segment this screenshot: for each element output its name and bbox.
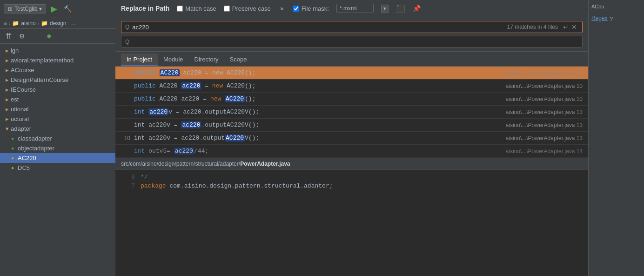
preserve-case-checkbox[interactable] [224,6,230,12]
result-row[interactable]: public AC220 ac220 = new AC220(); aisino… [115,93,588,106]
right-edge-panel: ACou Regex ? [588,0,644,276]
tree-item-uctural[interactable]: ▸ uctural [0,114,115,124]
tree-item-objectadapter[interactable]: ● objectadapter [0,143,115,153]
tree-item-acourse[interactable]: ▸ ACourse [0,65,115,75]
folder-icon: ▸ [6,106,9,113]
settings-button[interactable]: ⚙ [17,32,27,41]
regex-link[interactable]: Regex [591,15,608,21]
highlighted-token: ac220 [174,148,194,155]
tab-directory[interactable]: Directory [189,54,224,66]
footer-path-dir: src/com/aisino/design/pattern/structural… [121,161,240,167]
replace-input[interactable] [132,38,578,45]
code-token: int ac220v = [134,121,181,128]
enter-icon-button[interactable]: ↵ [562,23,570,31]
tab-label: Directory [195,56,219,63]
tab-module[interactable]: Module [158,54,189,66]
file-mask-label: File mask: [293,5,329,12]
tree-item-label: est [11,96,19,103]
right-panel: Replace in Path Match case Preserve case… [115,0,588,276]
code-token: new [210,95,225,102]
tree-item-behavioral[interactable]: ▸ avioral.templatemethod [0,55,115,65]
breadcrumb-item-2[interactable]: design [50,20,66,27]
result-file: aisino\...\PowerAdapter.java 13 [506,122,583,128]
sidebar-tree: ▸ ign ▸ avioral.templatemethod ▸ ACourse… [0,44,115,276]
file-mask-checkbox[interactable] [293,6,299,12]
breadcrumb-more-icon: … [70,20,75,27]
acou-label: ACou [591,4,604,9]
match-count: 17 matches in 4 files [507,24,558,30]
replace-icon: Q [125,39,129,45]
tree-item-label: DesignPatternCourse [11,76,68,83]
tree-item-dc5[interactable]: ● DC5 [0,163,115,173]
result-row[interactable]: int outv5= ac220/44; aisino\...\PowerAda… [115,145,588,158]
tree-item-designpatterncourse[interactable]: ▸ DesignPatternCourse [0,75,115,85]
file-mask-dropdown[interactable]: ▾ [381,5,389,13]
breadcrumb: ≡ › 📁 aisino › 📁 design … [0,18,115,29]
file-mask-input[interactable] [336,4,374,13]
highlighted-token: AC220 [160,69,180,76]
close-search-button[interactable]: ✕ [570,23,578,31]
match-case-checkbox[interactable] [177,6,183,12]
replace-header: Replace in Path Match case Preserve case… [115,0,588,17]
dot-icon: ● [11,146,14,151]
collapse-all-button[interactable]: ⇈ [4,31,13,41]
line-number: 6 [121,174,135,181]
tree-item-label: IECourse [11,86,36,93]
result-row[interactable]: int ac220v = ac220.outputAC220V(); aisin… [115,106,588,119]
match-case-text: Match case [185,5,216,12]
breadcrumb-sep-2: › [38,21,39,26]
code-token: AC220 ac220 = [160,95,210,102]
result-file: aisino\...\PowerAdapter.java 14 [506,148,583,155]
tab-in-project[interactable]: In Project [121,54,158,66]
tree-item-label: DC5 [18,164,30,171]
build-button[interactable]: 🔨 [62,4,74,13]
minimize-button[interactable]: — [31,32,41,41]
result-file: aisino\...\PowerAdapter.java 10 [506,96,583,102]
question-mark-icon: ? [610,15,613,22]
breadcrumb-item-1[interactable]: aisino [21,20,35,27]
sidebar-toolbar-top: ⊞ TestCglib ▾ ▶ 🔨 [0,0,115,18]
folder-icon: ▸ [6,57,9,64]
project-selector[interactable]: ⊞ TestCglib ▾ [4,4,46,13]
folder-icon: ▸ [6,76,9,83]
tree-item-label: objectadapter [18,145,54,152]
grid-icon: ⊞ [8,6,13,12]
tree-item-utional[interactable]: ▸ utional [0,104,115,114]
dot-icon: ● [11,155,14,161]
search-input[interactable] [132,24,507,31]
code-content: */ [141,174,148,181]
code-token: (); [245,95,255,102]
code-token: v = ac220.outputAC220V(); [168,108,259,115]
breadcrumb-sep-1: › [9,21,10,26]
more-options-button[interactable]: » [278,4,286,13]
result-row[interactable]: public AC220 ac220 = new AC220(); aisino… [115,67,588,80]
result-row[interactable]: 10 int ac220v = ac220.outputAC220V(); ai… [115,132,588,145]
tab-scope[interactable]: Scope [224,54,253,66]
tab-label: Scope [230,56,247,63]
run-button[interactable]: ▶ [49,3,59,15]
tree-item-iecourse[interactable]: ▸ IECourse [0,85,115,94]
tree-item-ac220[interactable]: ● AC220 [0,153,115,163]
tab-label: Module [163,56,183,63]
result-code: int ac220v = ac220.outputAC220V(); [134,135,502,141]
tree-item-adapter[interactable]: ▾ adapter [0,124,115,134]
pin-icon-button[interactable]: 📌 [413,5,421,12]
result-code: public AC220 ac220 = new AC220(); [134,69,502,76]
project-name: TestCglib [14,6,37,12]
tree-item-label: avioral.templatemethod [11,57,74,64]
result-row[interactable]: int ac220v = ac220.outputAC220V(); aisin… [115,119,588,132]
filter-icon-button[interactable]: ⬛ [396,4,405,13]
tree-item-est[interactable]: ▸ est [0,94,115,104]
code-token: public [134,95,160,102]
tree-item-ign[interactable]: ▸ ign [0,46,115,55]
code-token: = [201,82,212,89]
highlighted-token: ac220 [181,121,201,128]
folder-open-icon: ▸ [6,47,9,54]
tree-item-classadapter[interactable]: ● classadapter [0,134,115,143]
preserve-case-label[interactable]: Preserve case [224,5,271,12]
tree-item-label: adapter [11,125,31,132]
footer-path: src/com/aisino/design/pattern/structural… [115,158,588,169]
result-row[interactable]: public AC220 ac220 = new AC220(); aisino… [115,80,588,93]
match-case-label[interactable]: Match case [177,5,216,12]
folder-icon: ▾ [6,125,9,132]
